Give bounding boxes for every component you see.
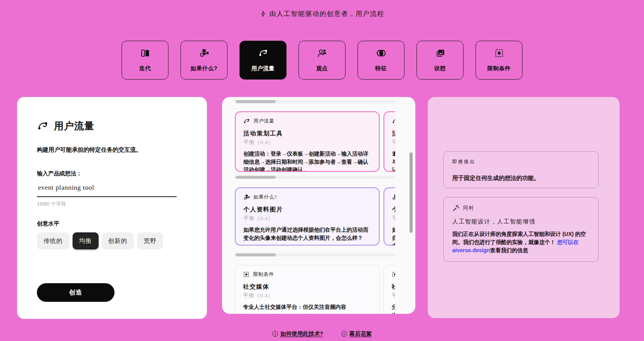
create-button[interactable]: 创造 <box>37 283 115 302</box>
card-level: 平衡（0.4） <box>243 139 371 146</box>
info-panel: 即将推出 用于固定任何生成的想法的功能。 同时 人工智能设计，人工智能增强 我们… <box>428 97 620 318</box>
info-icon <box>341 331 347 337</box>
card-body: 如 自 力 <box>392 226 395 246</box>
behind-the-scenes-link[interactable]: 幕后花絮 <box>341 330 372 338</box>
what-if-icon <box>199 48 209 60</box>
creativity-option-innovative[interactable]: 创新的 <box>102 232 134 249</box>
tab-ideate[interactable]: 设想 <box>417 41 463 80</box>
how-to-use-link[interactable]: 如何使用此技术? <box>272 330 323 338</box>
result-row-user-flows: 用户流量 活动策划工具 平衡（0.4） 创建活动：登录→仪表板→创建新活动→输入… <box>235 111 395 172</box>
scrollbar-thumb[interactable] <box>236 100 276 103</box>
card-level: 平衡（0.4） <box>243 215 371 222</box>
persona-icon <box>317 48 327 60</box>
char-counter: 19/60 个字符 <box>37 201 191 208</box>
what-if-icon <box>392 194 395 201</box>
what-if-icon <box>243 194 250 201</box>
result-card[interactable]: 限制条件 社交媒体 平衡（0.4） 专业人士社交媒体平台：但仅关注音频内容 <box>235 265 380 314</box>
card-title: 社 <box>392 283 395 291</box>
result-card-partial[interactable]: 限制条件 社 平衡（0.4） 分 次 <box>384 265 395 314</box>
magic-wand-icon <box>452 204 460 212</box>
meanwhile-body-text: 查看我们的信息 <box>490 247 528 253</box>
tab-label: 限制条件 <box>488 65 511 72</box>
card-title: 活动策划工具 <box>243 130 371 138</box>
result-card-partial[interactable]: 用户流量 活 平衡（0.4） 邀 与 认 <box>384 111 395 172</box>
card-header: 如果什么? <box>392 194 395 201</box>
coming-soon-label: 即将推出 <box>452 159 590 165</box>
results-panel: 用户流量 活动策划工具 平衡（0.4） 创建活动：登录→仪表板→创建新活动→输入… <box>222 97 415 314</box>
meanwhile-card: 同时 人工智能设计，人工智能增强 我们正在从设计师的角度探索人工智能和设计 (U… <box>443 197 599 262</box>
horizontal-scrollbar[interactable] <box>235 176 395 179</box>
card-title: 个 <box>392 206 395 214</box>
tab-label: 特征 <box>375 65 387 72</box>
tab-bar: 迭代 如果什么? 用户流量 观点 特征 设想 限制条件 <box>0 41 644 80</box>
card-level: 平衡（0.4） <box>392 139 395 146</box>
result-card[interactable]: 用户流量 活动策划工具 平衡（0.4） 创建活动：登录→仪表板→创建新活动→输入… <box>235 111 380 172</box>
features-icon <box>376 48 386 60</box>
constraints-icon <box>494 48 504 60</box>
card-category-label: 如果什么? <box>253 194 277 201</box>
tab-label: 观点 <box>316 65 328 72</box>
card-body: 邀 与 认 <box>392 150 395 172</box>
card-header: 限制条件 <box>243 271 371 278</box>
card-category-label: 用户流量 <box>253 118 274 125</box>
result-card[interactable]: 如果什么? 个人资料图片 平衡（0.4） 如果您允许用户通过选择根据他们在平台上… <box>235 187 380 246</box>
tab-label: 用户流量 <box>252 65 275 72</box>
tab-label: 如果什么? <box>191 65 217 72</box>
creativity-options: 传统的 均衡 创新的 荒野 <box>37 232 191 249</box>
card-category-label: 限制条件 <box>253 271 274 278</box>
tab-features[interactable]: 特征 <box>358 41 404 80</box>
creativity-option-balanced[interactable]: 均衡 <box>73 232 99 249</box>
lightning-icon <box>260 10 267 17</box>
meanwhile-title: 人工智能设计，人工智能增强 <box>452 218 590 225</box>
tab-what-if[interactable]: 如果什么? <box>181 41 227 80</box>
tab-user-flows[interactable]: 用户流量 <box>240 41 286 80</box>
card-level: 平衡（0.4） <box>392 292 395 299</box>
coming-soon-card: 即将推出 用于固定任何生成的想法的功能。 <box>443 151 599 188</box>
card-body: 如果您允许用户通过选择根据他们在平台上的活动而变化的头像来创建动态个人资料图片，… <box>243 226 371 242</box>
page-title-text: 由人工智能驱动的创意者，用户流程 <box>269 9 384 18</box>
ideate-icon <box>435 48 445 60</box>
coming-soon-text: 用于固定任何生成的想法的功能。 <box>452 175 590 182</box>
creativity-option-wild[interactable]: 荒野 <box>137 232 163 249</box>
horizontal-scrollbar[interactable] <box>235 253 395 256</box>
card-header: 限制条件 <box>392 271 395 278</box>
card-level: 平衡（0.4） <box>243 292 371 299</box>
scrollbar-thumb[interactable] <box>236 176 276 179</box>
page-title: 由人工智能驱动的创意者，用户流程 <box>0 9 644 18</box>
how-to-use-label: 如何使用此技术? <box>280 330 323 338</box>
card-header: 用户流量 <box>243 118 371 125</box>
tab-label: 设想 <box>434 65 446 72</box>
tab-points-of-view[interactable]: 观点 <box>299 41 345 80</box>
horizontal-scrollbar[interactable] <box>235 100 395 103</box>
card-header: 用户流量 <box>392 118 395 125</box>
constraints-icon <box>243 271 250 278</box>
tab-label: 迭代 <box>139 65 151 72</box>
card-body: 分 次 <box>392 303 395 314</box>
result-row-what-if: 如果什么? 个人资料图片 平衡（0.4） 如果您允许用户通过选择根据他们在平台上… <box>235 187 395 246</box>
creativity-option-traditional[interactable]: 传统的 <box>37 232 69 249</box>
panel-title-text: 用户流量 <box>54 119 94 132</box>
card-header: 如果什么? <box>243 194 371 201</box>
panel-description: 构建用户可能承担的特定任务的交互流。 <box>37 146 191 154</box>
idea-input[interactable] <box>37 182 177 197</box>
tab-constraints[interactable]: 限制条件 <box>476 41 522 80</box>
card-level: 平衡（0.4） <box>392 215 395 222</box>
vertical-scrollbar-thumb[interactable] <box>410 152 413 233</box>
card-title: 活 <box>392 130 395 138</box>
footer: 如何使用此技术? 幕后花絮 <box>0 330 644 338</box>
constraints-icon <box>392 271 395 278</box>
panel-title: 用户流量 <box>37 119 191 132</box>
user-flow-icon <box>258 48 268 60</box>
meanwhile-label: 同时 <box>463 205 475 211</box>
user-flow-icon <box>392 118 395 125</box>
idea-input-label: 输入产品或想法： <box>37 170 191 177</box>
card-body: 专业人士社交媒体平台：但仅关注音频内容 <box>243 303 371 311</box>
form-panel: 用户流量 构建用户可能承担的特定任务的交互流。 输入产品或想法： 19/60 个… <box>17 97 207 319</box>
scrollbar-thumb[interactable] <box>236 253 276 256</box>
creativity-label: 创意水平 <box>37 220 191 227</box>
meanwhile-body: 我们正在从设计师的角度探索人工智能和设计 (UX) 的空间。我们也进行了很酷的实… <box>452 230 590 254</box>
card-title: 个人资料图片 <box>243 206 371 214</box>
result-card-partial[interactable]: 如果什么? 个 平衡（0.4） 如 自 力 <box>384 187 395 246</box>
info-icon <box>272 331 278 337</box>
tab-iterate[interactable]: 迭代 <box>122 41 168 80</box>
